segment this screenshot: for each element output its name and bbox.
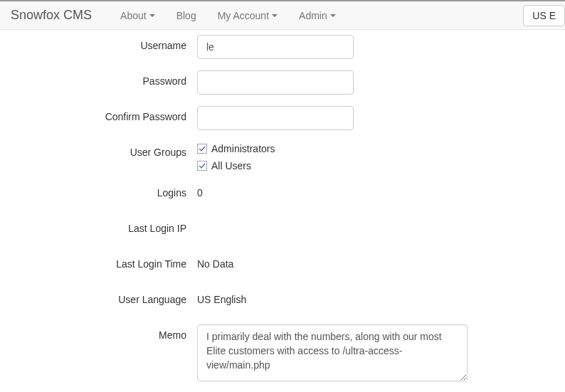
label-memo: Memo bbox=[11, 324, 197, 341]
nav-blog[interactable]: Blog bbox=[166, 10, 207, 21]
caret-icon bbox=[330, 14, 336, 17]
navbar: Snowfox CMS About Blog My Account Admin … bbox=[0, 0, 565, 30]
form-container: Username Password Confirm Password User … bbox=[0, 35, 565, 381]
username-input[interactable] bbox=[197, 35, 354, 59]
nav-my-account[interactable]: My Account bbox=[207, 10, 288, 21]
user-groups-checkboxes: Administrators All Users bbox=[197, 142, 275, 177]
label-user-groups: User Groups bbox=[11, 142, 197, 158]
memo-textarea[interactable] bbox=[197, 324, 468, 381]
caret-icon bbox=[149, 14, 155, 17]
row-password: Password bbox=[11, 70, 554, 101]
label-confirm-password: Confirm Password bbox=[11, 106, 197, 122]
label-username: Username bbox=[11, 35, 197, 51]
checkbox-all-users[interactable] bbox=[197, 161, 207, 171]
check-icon bbox=[199, 162, 206, 169]
value-logins: 0 bbox=[197, 182, 203, 198]
nav-admin-label: Admin bbox=[299, 10, 327, 21]
nav-about[interactable]: About bbox=[110, 10, 166, 21]
caret-icon bbox=[272, 14, 278, 17]
password-input[interactable] bbox=[197, 70, 354, 95]
checkbox-all-users-row: All Users bbox=[197, 160, 275, 171]
checkbox-administrators-row: Administrators bbox=[197, 143, 275, 154]
row-last-login-ip: Last Login IP bbox=[11, 218, 554, 248]
nav-my-account-label: My Account bbox=[218, 10, 269, 21]
nav-blog-label: Blog bbox=[176, 10, 196, 21]
row-last-login-time: Last Login Time No Data bbox=[11, 253, 554, 284]
checkbox-administrators[interactable] bbox=[197, 144, 207, 154]
row-user-groups: User Groups Administrators All Users bbox=[11, 142, 554, 177]
label-password: Password bbox=[11, 70, 197, 87]
nav-about-label: About bbox=[120, 10, 147, 21]
label-user-language: User Language bbox=[11, 289, 197, 305]
value-user-language: US English bbox=[197, 289, 246, 305]
row-username: Username bbox=[11, 35, 554, 65]
label-logins: Logins bbox=[11, 182, 197, 198]
row-confirm-password: Confirm Password bbox=[11, 106, 554, 137]
confirm-password-input[interactable] bbox=[197, 106, 354, 130]
checkbox-all-users-label: All Users bbox=[211, 160, 251, 171]
nav-admin[interactable]: Admin bbox=[288, 10, 347, 21]
language-button[interactable]: US E bbox=[523, 5, 565, 26]
check-icon bbox=[199, 145, 206, 152]
label-last-login-time: Last Login Time bbox=[11, 253, 197, 270]
row-user-language: User Language US English bbox=[11, 289, 554, 319]
checkbox-administrators-label: Administrators bbox=[211, 143, 275, 154]
value-last-login-time: No Data bbox=[197, 253, 233, 270]
row-logins: Logins 0 bbox=[11, 182, 554, 213]
nav-items: About Blog My Account Admin bbox=[110, 10, 347, 21]
label-last-login-ip: Last Login IP bbox=[11, 218, 197, 234]
brand[interactable]: Snowfox CMS bbox=[11, 8, 110, 23]
row-memo: Memo bbox=[11, 324, 554, 381]
